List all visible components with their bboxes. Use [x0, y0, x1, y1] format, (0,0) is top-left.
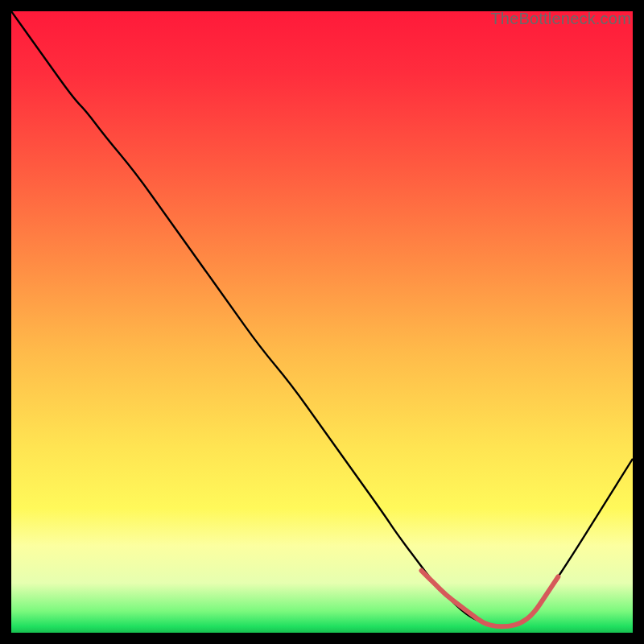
chart-frame: TheBottleneck.com: [11, 11, 633, 633]
watermark-text: TheBottleneck.com: [490, 10, 631, 28]
bottleneck-chart: [11, 11, 633, 633]
gradient-background: [11, 11, 633, 633]
